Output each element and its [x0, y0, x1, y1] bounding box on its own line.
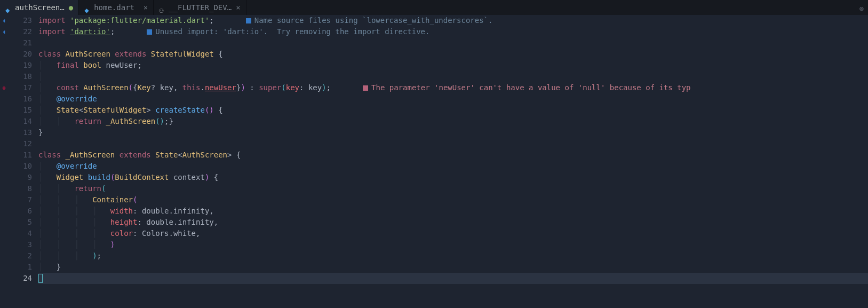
code-line[interactable]: [38, 138, 868, 149]
tab-flutter-dev[interactable]: ⚇ __FLUTTER_DEV… ×: [154, 0, 246, 15]
code-line[interactable]: │ │ │ │ color: Colors.white,: [38, 228, 868, 239]
close-icon[interactable]: ⊗: [859, 3, 864, 14]
code-line[interactable]: class _AuthScreen extends State<AuthScre…: [38, 149, 868, 161]
line-number: 9: [8, 172, 32, 183]
editor[interactable]: ◖ ◖ ⊗ 23 22 21 20 19 18 17 16 15 14 13 1…: [0, 15, 868, 308]
lint-error-icon: [363, 85, 368, 91]
dart-icon: ◆: [84, 5, 90, 10]
line-number: 6: [8, 206, 32, 217]
code-line[interactable]: │ │ return(: [38, 183, 868, 194]
dart-icon: ◆: [5, 5, 11, 10]
lint-message: Name source files using `lowercase_with_…: [254, 15, 493, 26]
code-area[interactable]: import 'package:flutter/material.dart';N…: [37, 15, 868, 308]
line-number: 21: [8, 37, 32, 49]
line-number: 3: [8, 239, 32, 250]
line-number: 5: [8, 217, 32, 228]
lint-message: Unused import: 'dart:io'. Try removing t…: [155, 26, 429, 37]
line-number: 1: [8, 262, 32, 273]
line-number: 17: [8, 82, 32, 93]
info-marker-icon[interactable]: ◖: [0, 26, 8, 37]
code-line[interactable]: │ │ │ │ width: double.infinity,: [38, 206, 868, 217]
code-line[interactable]: [38, 37, 868, 49]
code-line[interactable]: │ │ │ │ ): [38, 239, 868, 250]
code-line[interactable]: │ @override: [38, 93, 868, 105]
code-line[interactable]: │ State<StatefulWidget> createState() {: [38, 105, 868, 116]
lint-info-icon: [246, 18, 251, 23]
line-number: 11: [8, 149, 32, 161]
code-line[interactable]: │ │ │ │ height: double.infinity,: [38, 217, 868, 228]
code-line[interactable]: │ │ │ Container(: [38, 194, 868, 206]
tab-label: __FLUTTER_DEV…: [169, 2, 232, 13]
tab-authscreen[interactable]: ◆ authScreen… ●: [0, 0, 79, 15]
tab-label: home.dart: [94, 2, 139, 13]
marker-gutter: ◖ ◖ ⊗: [0, 15, 8, 308]
code-line[interactable]: import 'package:flutter/material.dart';N…: [38, 15, 868, 26]
code-line[interactable]: class AuthScreen extends StatefulWidget …: [38, 49, 868, 60]
code-line[interactable]: │ }: [38, 262, 868, 273]
cursor: [38, 274, 43, 283]
lint-info-icon: [147, 29, 152, 35]
close-icon[interactable]: ×: [236, 2, 240, 13]
flutter-icon: ⚇: [159, 5, 164, 10]
code-line[interactable]: │ │ │ );: [38, 250, 868, 262]
tab-label: authScreen…: [15, 2, 65, 13]
line-number: 23: [8, 15, 32, 26]
line-number: 12: [8, 138, 32, 149]
lint-message: The parameter 'newUser' can't have a val…: [371, 82, 690, 93]
line-number: 20: [8, 49, 32, 60]
code-line[interactable]: │ final bool newUser;: [38, 60, 868, 71]
line-number: 24: [8, 273, 32, 284]
line-number: 2: [8, 250, 32, 262]
modified-indicator-icon: ●: [69, 2, 73, 13]
line-number: 4: [8, 228, 32, 239]
code-line[interactable]: │ const AuthScreen({Key? key, this.newUs…: [38, 82, 868, 93]
line-number: 13: [8, 127, 32, 138]
tab-bar: ◆ authScreen… ● ◆ home.dart × ⚇ __FLUTTE…: [0, 0, 868, 15]
line-number-gutter: 23 22 21 20 19 18 17 16 15 14 13 12 11 1…: [8, 15, 37, 308]
line-number: 8: [8, 183, 32, 194]
code-line[interactable]: }: [38, 127, 868, 138]
line-number: 22: [8, 26, 32, 37]
code-line[interactable]: │ @override: [38, 161, 868, 172]
line-number: 14: [8, 116, 32, 127]
line-number: 16: [8, 93, 32, 105]
line-number: 15: [8, 105, 32, 116]
code-line[interactable]: │ Widget build(BuildContext context) {: [38, 172, 868, 183]
code-line[interactable]: import 'dart:io';Unused import: 'dart:io…: [38, 26, 868, 37]
line-number: 18: [8, 71, 32, 82]
info-marker-icon[interactable]: ◖: [0, 15, 8, 26]
line-number: 19: [8, 60, 32, 71]
code-line[interactable]: │: [38, 71, 868, 82]
close-icon[interactable]: ×: [144, 2, 148, 13]
line-number: 10: [8, 161, 32, 172]
code-line[interactable]: [38, 273, 868, 284]
line-number: 7: [8, 194, 32, 206]
tab-home[interactable]: ◆ home.dart ×: [79, 0, 154, 15]
code-line[interactable]: │ │ return _AuthScreen();}: [38, 116, 868, 127]
error-marker-icon[interactable]: ⊗: [0, 82, 8, 93]
